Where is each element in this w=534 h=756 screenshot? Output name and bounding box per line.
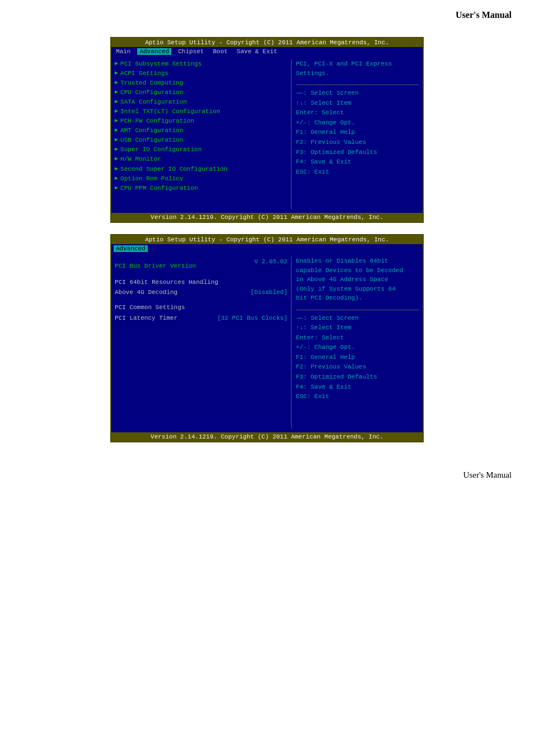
list-item[interactable]: ▶PCH-FW Configuration	[115, 116, 288, 126]
bios-description-2: Enables or Disables 64bitcapable Devices…	[296, 256, 419, 303]
bios-settings-panel: PCI Bus Driver Version V 2.05.02 PCI 64b…	[115, 256, 288, 429]
menu-boot[interactable]: Boot	[210, 48, 229, 55]
list-item[interactable]: ▶ACPI Settings	[115, 69, 288, 78]
setting-row-latency[interactable]: PCI Latency Timer [32 PCI Bus Clocks]	[115, 313, 288, 324]
bios-menu-entries-1: ▶PCI Subsystem Settings ▶ACPI Settings ▶…	[115, 59, 288, 209]
setting-section-common: PCI Common Settings	[115, 302, 288, 313]
setting-row-bus-driver: PCI Bus Driver Version V 2.05.02	[115, 256, 288, 272]
footer-title: User's Manual	[463, 470, 512, 479]
menu-chipset[interactable]: Chipset	[176, 48, 206, 55]
list-item[interactable]: ▶Intel TXT(LT) Configuration	[115, 107, 288, 116]
bios-description-1: PCI, PCI-X and PCI ExpressSettings.	[296, 59, 419, 78]
menu-save-exit[interactable]: Save & Exit	[235, 48, 280, 55]
list-item[interactable]: ▶PCI Subsystem Settings	[115, 59, 288, 69]
list-item[interactable]: ▶Trusted Computing	[115, 78, 288, 88]
bios-keys-2: →←: Select Screen ↑↓: Select Item Enter:…	[296, 310, 419, 402]
setting-section-label: PCI 64bit Resources Handling	[115, 277, 288, 288]
bios-title-bar-1: Aptio Setup Utility - Copyright (C) 2011…	[111, 38, 423, 47]
menu-main[interactable]: Main	[114, 48, 133, 55]
bios-footer-1: Version 2.14.1219. Copyright (C) 2011 Am…	[111, 213, 423, 222]
bios-keys-1: →←: Select Screen ↑↓: Select Item Enter:…	[296, 85, 419, 177]
list-item[interactable]: ▶Super IO Configuration	[115, 145, 288, 155]
bios-screenshot-2: Aptio Setup Utility - Copyright (C) 2011…	[110, 234, 424, 442]
bios-footer-2: Version 2.14.1219. Copyright (C) 2011 Am…	[111, 432, 423, 441]
bios-screenshot-1: Aptio Setup Utility - Copyright (C) 2011…	[110, 37, 424, 223]
header-title: User's Manual	[456, 10, 512, 20]
list-item[interactable]: ▶SATA Configuration	[115, 97, 288, 107]
bios-right-panel-1: PCI, PCI-X and PCI ExpressSettings. →←: …	[291, 59, 419, 209]
page-header: User's Manual	[0, 0, 534, 26]
setting-row-above4g[interactable]: Above 4G Decoding [Disabled]	[115, 287, 288, 298]
list-item[interactable]: ▶Option Rom Policy	[115, 174, 288, 184]
menu-advanced-2[interactable]: Advanced	[114, 245, 148, 252]
list-item[interactable]: ▶Second Super IO Configuration	[115, 165, 288, 174]
list-item[interactable]: ▶CPU Configuration	[115, 88, 288, 97]
list-item[interactable]: ▶H/W Monitor	[115, 155, 288, 164]
bios-body-2: PCI Bus Driver Version V 2.05.02 PCI 64b…	[111, 253, 423, 432]
page-footer: User's Manual	[0, 454, 534, 486]
list-item[interactable]: ▶AMT Configuration	[115, 126, 288, 136]
bios-right-panel-2: Enables or Disables 64bitcapable Devices…	[291, 256, 419, 429]
bios-menu-bar-2: Advanced	[111, 244, 423, 253]
menu-advanced[interactable]: Advanced	[137, 48, 171, 55]
list-item[interactable]: ▶USB Configuration	[115, 136, 288, 145]
bios-body-1: ▶PCI Subsystem Settings ▶ACPI Settings ▶…	[111, 56, 423, 213]
list-item[interactable]: ▶CPU PPM Configuration	[115, 184, 288, 193]
bios-menu-bar-1: Main Advanced Chipset Boot Save & Exit	[111, 47, 423, 56]
bios-title-bar-2: Aptio Setup Utility - Copyright (C) 2011…	[111, 235, 423, 244]
